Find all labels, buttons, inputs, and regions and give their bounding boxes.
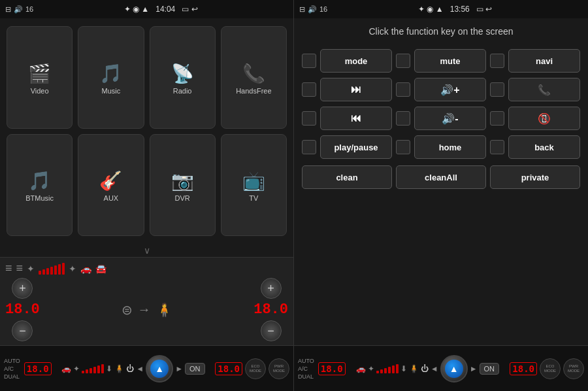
arrow-right-icon: → [138,302,151,317]
bottom-left-temp: 18.0 [24,362,52,375]
fan-bars [39,263,65,275]
left-temp-control: + 18.0 − [5,278,40,341]
left-battery-icon: ▭ [182,5,189,14]
right-dual-label: DUAL [298,373,314,380]
bottom-back-icon: ◄ [136,364,144,373]
right-bottom-vent-icon: ⬇ [400,364,407,373]
vol-up-checkbox[interactable] [396,82,410,97]
right-bottom-car-icon: 🚗 [356,364,366,373]
right-temp-control: + 18.0 − [253,278,288,341]
app-handsfree[interactable]: 📞 HandsFree [221,26,287,129]
left-status-center: ✦ ◉ ▲ 14:04 ▭ ↩ [124,5,198,14]
left-labels: AUTO A/C DUAL [4,358,20,380]
car-side-icon: 🚘 [95,264,106,274]
dvr-label: DVR [175,194,190,202]
mute-button[interactable]: mute [414,49,486,73]
bottom-fan-bars [82,364,104,373]
call-accept-button[interactable]: 📞 [508,78,580,101]
app-aux[interactable]: 🎸 AUX [78,134,144,237]
private-button[interactable]: private [490,165,580,189]
tv-label: TV [249,194,258,202]
video-icon: 🎬 [28,63,51,84]
knob-inner: ▲ [150,360,169,378]
app-tv[interactable]: 📺 TV [221,134,287,237]
app-radio[interactable]: 📡 Radio [150,26,216,129]
eco-line1: ECO [251,364,259,369]
app-dvr[interactable]: 📷 DVR [150,134,216,237]
vol-up-button[interactable]: 🔊+ [414,78,486,101]
handsfree-icon: 📞 [242,63,265,84]
app-music[interactable]: 🎵 Music [78,26,144,129]
left-temp-minus[interactable]: − [12,320,33,341]
app-video[interactable]: 🎬 Video [7,26,73,129]
call-reject-button[interactable]: 📵 [508,107,580,130]
left-volume-icon: 🔊 [14,5,23,14]
left-back-icon[interactable]: ↩ [191,5,198,14]
right-temp-minus[interactable]: − [261,320,282,341]
pwr-mode-badge: PWR MODE [269,358,289,379]
eco-line2: MODE [250,369,261,373]
mode-button[interactable]: mode [320,49,392,73]
right-status-center: ✦ ◉ ▲ 13:56 ▭ ↩ [418,5,492,14]
right-eco-mode-badge: ECO MODE [540,358,561,379]
climate-main: + 18.0 − ⊜ → 🧍 + 18.0 − [5,278,288,341]
left-temp-plus[interactable]: + [12,278,33,299]
heat-icon: ≡ [5,262,12,275]
prev-button[interactable]: ⏮ [320,107,392,130]
fan-right-icon: ✦ [69,264,76,274]
right-window-icon: ⊟ [299,5,305,14]
mute-checkbox[interactable] [396,54,410,68]
climate-top: ≡ ≡ ✦ ✦ 🚗 🚘 [5,262,288,278]
fan-bar-3 [46,268,49,275]
left-knob[interactable]: ▲ [146,355,173,382]
next-button[interactable]: ⏭ [320,78,392,101]
back-button[interactable]: back [508,135,580,159]
mode-checkbox[interactable] [302,54,316,68]
left-time: 14:04 [155,5,175,14]
right-knob-arrow-icon: ▲ [449,364,459,374]
right-volume-value: 16 [319,5,327,13]
fan-bar-4 [50,267,53,275]
right-pwr-mode-badge: PWR MODE [563,358,584,379]
home-checkbox[interactable] [396,140,410,154]
right-on-button[interactable]: ON [480,363,500,375]
aux-icon: 🎸 [99,170,122,192]
on-button[interactable]: ON [185,363,205,375]
vol-down-checkbox[interactable] [396,111,410,126]
back-checkbox[interactable] [490,140,504,154]
play-pause-button[interactable]: play/pause [320,135,392,159]
right-bottom-left-temp: 18.0 [318,362,346,375]
home-button[interactable]: home [414,135,486,159]
right-auto-label: AUTO [298,358,314,364]
call-reject-checkbox[interactable] [490,111,504,126]
clean-button[interactable]: clean [302,165,392,189]
left-bottom-bar: AUTO A/C DUAL 18.0 🚗 ✦ ⬇ 🧍 ⏻ ◄ ▲ [0,345,293,391]
fan-bar-2 [42,269,45,275]
right-bottom-power-icon[interactable]: ⏻ [421,364,429,373]
right-knob-inner: ▲ [445,360,463,378]
navi-button[interactable]: navi [508,49,580,73]
bottom-power-icon[interactable]: ⏻ [126,364,134,373]
music-icon: 🎵 [99,63,122,84]
navi-checkbox[interactable] [490,54,504,68]
right-bt-icon: ✦ [418,5,425,14]
clean-all-button[interactable]: cleanAll [396,165,486,189]
right-back-icon[interactable]: ↩ [485,5,492,14]
radio-icon: 📡 [171,63,194,84]
chevron-icon: ∨ [144,245,150,256]
app-btmusic[interactable]: 🎵 BTMusic [7,134,73,237]
next-checkbox[interactable] [302,82,316,97]
right-temp-plus[interactable]: + [261,278,282,299]
play-pause-checkbox[interactable] [302,140,316,154]
right-bottom-person-icon: 🧍 [409,364,419,373]
right-eco-line1: ECO [546,364,554,369]
vol-down-button[interactable]: 🔊- [414,107,486,130]
bottom-fan-icon: ✦ [73,364,80,373]
prev-checkbox[interactable] [302,111,316,126]
right-knob[interactable]: ▲ [440,355,468,382]
right-temp-display: 18.0 [253,301,288,318]
call-accept-checkbox[interactable] [490,82,504,97]
right-bottom-bar: AUTO A/C DUAL 18.0 🚗 ✦ ⬇ 🧍 ⏻ ◄ ▲ [294,345,588,391]
pwr-line2: MODE [273,369,285,373]
function-row-4: play/pause home back [302,135,580,159]
